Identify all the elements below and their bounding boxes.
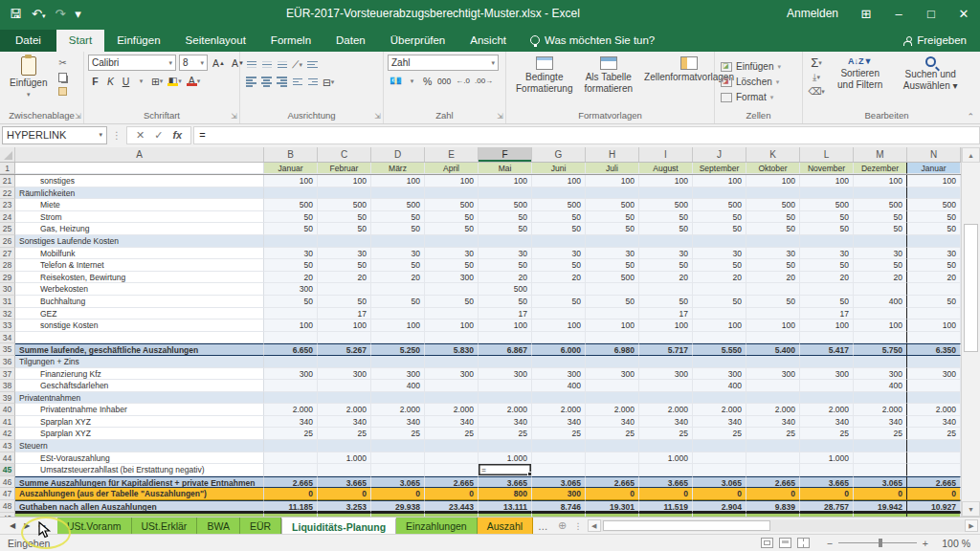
- cell-A28[interactable]: Telefon & Internet: [15, 259, 264, 272]
- tab-formeln[interactable]: Formeln: [258, 30, 323, 52]
- cell-E37[interactable]: 300: [425, 368, 479, 381]
- cell-A1[interactable]: [15, 163, 264, 174]
- row-header-29[interactable]: 29: [0, 272, 15, 284]
- column-header-J[interactable]: J: [693, 147, 746, 162]
- cell-I26[interactable]: [639, 235, 693, 248]
- cell-N35[interactable]: 6.350: [907, 343, 961, 356]
- cell-C38[interactable]: [318, 380, 371, 392]
- cell-N40[interactable]: 2.000: [907, 404, 961, 416]
- cell-E44[interactable]: [425, 452, 479, 465]
- cell-A22[interactable]: Räumlichkeiten: [15, 187, 264, 200]
- cell-C48[interactable]: 3.253: [318, 500, 371, 513]
- cell-F32[interactable]: 17: [479, 308, 532, 320]
- cell-A42[interactable]: Sparplan XYZ: [15, 428, 264, 440]
- cell-G34[interactable]: [532, 332, 586, 344]
- cell-H45[interactable]: [586, 464, 639, 476]
- cell-H23[interactable]: 500: [586, 199, 639, 211]
- cell-J44[interactable]: [693, 452, 746, 465]
- cell-J43[interactable]: [693, 440, 746, 452]
- cell-I23[interactable]: 500: [639, 199, 693, 211]
- cell-N39[interactable]: [907, 392, 961, 405]
- cell-C43[interactable]: [318, 440, 371, 452]
- cell-L27[interactable]: 30: [800, 248, 854, 260]
- cell-G48[interactable]: 8.746: [532, 500, 586, 513]
- share-button[interactable]: Freigeben: [890, 30, 980, 52]
- cell-E24[interactable]: 50: [425, 211, 479, 224]
- cell-I34[interactable]: [639, 332, 693, 344]
- cell-M36[interactable]: [854, 356, 907, 368]
- cell-B21[interactable]: 100: [264, 175, 318, 187]
- align-center-icon[interactable]: [259, 75, 274, 89]
- font-color-icon[interactable]: A▾: [185, 74, 203, 88]
- cell-A25[interactable]: Gas, Heizung: [15, 223, 264, 235]
- sign-in-button[interactable]: Anmelden: [775, 7, 850, 20]
- cell-D44[interactable]: [371, 452, 425, 465]
- row-header-37[interactable]: 37: [0, 368, 15, 381]
- cell-F22[interactable]: [479, 187, 532, 200]
- cell-K34[interactable]: [746, 332, 800, 344]
- cell-C36[interactable]: [318, 356, 371, 368]
- save-icon[interactable]: 🖫: [10, 7, 22, 21]
- column-header-H[interactable]: H: [586, 147, 639, 162]
- cell-H31[interactable]: 50: [586, 296, 639, 308]
- fill-icon[interactable]: ⤓▾: [809, 71, 824, 83]
- cell-E25[interactable]: 50: [425, 223, 479, 235]
- tab-daten[interactable]: Daten: [323, 30, 378, 52]
- cell-A39[interactable]: Privatentnahmen: [15, 392, 264, 405]
- cell-H44[interactable]: [586, 452, 639, 465]
- row-header-42[interactable]: 42: [0, 428, 15, 440]
- cell-H30[interactable]: [586, 283, 639, 296]
- cell-C25[interactable]: 50: [318, 223, 371, 235]
- cell-F26[interactable]: [479, 235, 532, 248]
- cell-F42[interactable]: 25: [479, 428, 532, 440]
- cell-C32[interactable]: 17: [318, 308, 371, 320]
- row-header-40[interactable]: 40: [0, 404, 15, 416]
- cell-K22[interactable]: [746, 187, 800, 200]
- cell-F28[interactable]: 50: [479, 259, 532, 272]
- cell-M24[interactable]: 50: [854, 211, 907, 224]
- cell-E26[interactable]: [425, 235, 479, 248]
- cell-G27[interactable]: 30: [532, 248, 586, 260]
- cell-L33[interactable]: 100: [800, 320, 854, 332]
- cell-I41[interactable]: 340: [639, 416, 693, 429]
- cell-A38[interactable]: Geschäftsdarlehen: [15, 380, 264, 392]
- cell-G35[interactable]: 6.000: [532, 343, 586, 356]
- tab-overflow-right[interactable]: …: [533, 518, 554, 534]
- cell-L24[interactable]: 50: [800, 211, 854, 224]
- cell-D23[interactable]: 500: [371, 199, 425, 211]
- cell-J24[interactable]: 50: [693, 211, 746, 224]
- cell-C21[interactable]: 100: [318, 175, 371, 187]
- cell-D31[interactable]: 50: [371, 296, 425, 308]
- cell-M28[interactable]: 50: [854, 259, 907, 272]
- cell-B23[interactable]: 500: [264, 199, 318, 211]
- cell-M22[interactable]: [854, 187, 907, 200]
- cell-N32[interactable]: [907, 308, 961, 320]
- vscroll-thumb[interactable]: [964, 224, 978, 353]
- cell-L48[interactable]: 28.757: [800, 500, 854, 513]
- cell-I33[interactable]: 100: [639, 320, 693, 332]
- cell-N45[interactable]: [907, 464, 961, 476]
- cell-L46[interactable]: 3.665: [800, 476, 854, 489]
- column-header-G[interactable]: G: [532, 147, 586, 162]
- cell-B32[interactable]: [264, 308, 318, 320]
- cell-I21[interactable]: 100: [639, 175, 693, 187]
- ribbon-display-options-icon[interactable]: ⊞: [850, 0, 882, 27]
- sheet-tab-liquiditäts-planung[interactable]: Liquiditäts-Planung: [281, 518, 396, 534]
- cell-month-K[interactable]: Oktober: [746, 163, 800, 174]
- cell-B26[interactable]: [264, 235, 318, 248]
- cell-G45[interactable]: [532, 464, 586, 476]
- row-header-1[interactable]: 1: [0, 163, 15, 174]
- active-cell-F45[interactable]: =: [479, 464, 532, 476]
- zoom-slider[interactable]: [838, 542, 917, 543]
- increase-decimal-icon[interactable]: ←.0: [454, 74, 472, 88]
- scroll-right-icon[interactable]: ▶: [965, 519, 978, 532]
- cell-J48[interactable]: 2.904: [693, 500, 746, 513]
- cell-A24[interactable]: Strom: [15, 211, 264, 224]
- cell-N25[interactable]: 50: [907, 223, 961, 235]
- cell-N36[interactable]: [907, 356, 961, 368]
- page-break-view-icon[interactable]: [797, 538, 810, 548]
- row-header-28[interactable]: 28: [0, 259, 15, 272]
- cell-I42[interactable]: 25: [639, 428, 693, 440]
- align-bottom-icon[interactable]: [275, 57, 289, 72]
- cell-D34[interactable]: [371, 332, 425, 344]
